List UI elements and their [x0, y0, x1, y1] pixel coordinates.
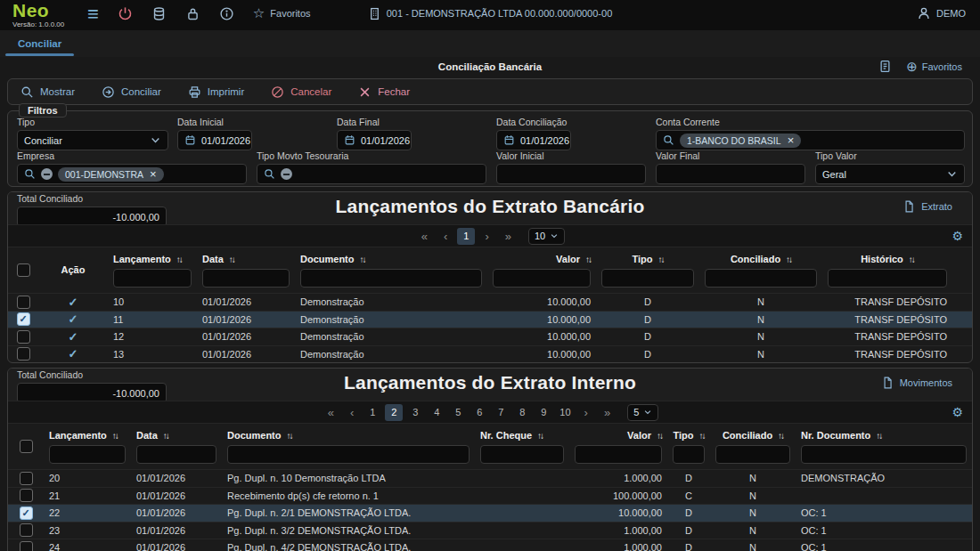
tab-conciliar[interactable]: Conciliar	[5, 30, 74, 57]
conciliar-button[interactable]: Conciliar	[102, 85, 161, 99]
gear-icon[interactable]: ⚙	[951, 405, 963, 419]
page-size-select[interactable]: 5	[627, 404, 658, 421]
page-button[interactable]: 5	[449, 404, 467, 421]
page-button[interactable]: 10	[556, 404, 574, 421]
fechar-button[interactable]: Fechar	[358, 85, 410, 99]
table-row[interactable]: ✓ 21 01/01/2026 Recebimento dp(s) cfe re…	[8, 487, 972, 505]
row-checkbox[interactable]: ✓	[20, 541, 33, 551]
filter-tipo-input[interactable]	[601, 269, 694, 288]
table-row[interactable]: ✓ ✓ 13 01/01/2026 Demonstração 10.000,00…	[8, 345, 972, 363]
prev-page-button[interactable]: ‹	[344, 406, 360, 419]
user-menu[interactable]: DEMO	[917, 0, 966, 27]
row-checkbox[interactable]: ✓	[20, 523, 33, 537]
cancelar-button[interactable]: Cancelar	[271, 85, 331, 99]
valor-final-input[interactable]	[656, 164, 805, 184]
page-size-select[interactable]: 10	[528, 228, 565, 245]
check-icon[interactable]: ✓	[69, 347, 78, 361]
row-checkbox[interactable]: ✓	[20, 472, 33, 485]
table-row[interactable]: ✓ 23 01/01/2026 Pg. Dupl. n. 3/2 DEMONST…	[8, 522, 972, 539]
lock-icon[interactable]	[185, 6, 200, 21]
col-valor[interactable]: Valor↑↓	[493, 252, 591, 266]
table-row[interactable]: ✓ ✓ 11 01/01/2026 Demonstração 10.000,00…	[8, 311, 972, 328]
table-row[interactable]: ✓ ✓ 10 01/01/2026 Demonstração 10.000,00…	[8, 293, 972, 311]
page-button[interactable]: 8	[513, 404, 531, 421]
row-checkbox[interactable]: ✓	[20, 489, 33, 502]
row-checkbox[interactable]: ✓	[17, 347, 30, 361]
imprimir-button[interactable]: Imprimir	[188, 85, 245, 99]
row-checkbox[interactable]: ✓	[17, 296, 30, 309]
col-historico[interactable]: Histórico↑↓	[828, 252, 947, 266]
col-documento[interactable]: Documento↑↓	[227, 428, 470, 442]
info-icon[interactable]	[219, 6, 234, 21]
gear-icon[interactable]: ⚙	[951, 229, 963, 243]
movimentos-button[interactable]: Movimentos	[881, 377, 952, 389]
first-page-button[interactable]: «	[322, 406, 340, 419]
data-final-input[interactable]: 01/01/2026	[337, 130, 412, 150]
col-tipo[interactable]: Tipo↑↓	[601, 252, 694, 266]
conta-corrente-input[interactable]: 1-BANCO DO BRASIL ×	[656, 130, 965, 150]
minus-circle-icon[interactable]	[281, 168, 292, 180]
check-icon[interactable]: ✓	[69, 296, 78, 309]
filter-data-input[interactable]	[136, 445, 216, 464]
filter-valor-input[interactable]	[493, 269, 591, 288]
col-conciliado[interactable]: Conciliado↑↓	[705, 252, 817, 266]
valor-inicial-input[interactable]	[496, 164, 646, 184]
chip-remove-icon[interactable]: ×	[788, 136, 795, 145]
page-button[interactable]: 4	[428, 404, 445, 421]
filter-tipo-input[interactable]	[673, 445, 705, 464]
menu-icon[interactable]: ≡	[87, 6, 99, 21]
filter-nr-cheque-input[interactable]	[480, 445, 564, 464]
row-checkbox[interactable]: ✓	[17, 330, 30, 344]
col-nr-cheque[interactable]: Nr. Cheque↑↓	[480, 428, 564, 442]
col-tipo[interactable]: Tipo↑↓	[673, 428, 705, 442]
tipo-movto-input[interactable]	[257, 164, 486, 184]
conta-corrente-chip[interactable]: 1-BANCO DO BRASIL ×	[680, 134, 801, 148]
empresa-input[interactable]: 001-DEMONSTRA ×	[17, 164, 247, 184]
page-button[interactable]: 3	[406, 404, 424, 421]
data-conciliacao-input[interactable]: 01/01/2026	[496, 130, 571, 150]
page-button[interactable]: 1	[457, 228, 475, 245]
filter-lancamento-input[interactable]	[113, 269, 192, 288]
add-favorite-button[interactable]: ⊕ Favoritos	[906, 61, 962, 73]
document-icon[interactable]	[878, 60, 892, 73]
page-button[interactable]: 7	[492, 404, 510, 421]
filter-historico-input[interactable]	[828, 269, 947, 288]
col-valor[interactable]: Valor↑↓	[575, 428, 662, 442]
tipo-select[interactable]: Conciliar	[17, 130, 168, 150]
tipo-valor-select[interactable]: Geral	[815, 164, 965, 184]
power-icon[interactable]	[118, 6, 133, 21]
filter-conciliado-input[interactable]	[705, 269, 817, 288]
col-lancamento[interactable]: Lançamento↑↓	[113, 252, 192, 266]
table-row[interactable]: ✓ 20 01/01/2026 Pg. Dupl. n. 10 Demonstr…	[8, 469, 972, 487]
filter-nr-documento-input[interactable]	[801, 445, 967, 464]
prev-page-button[interactable]: ‹	[437, 230, 453, 243]
page-button[interactable]: 1	[363, 404, 381, 421]
filter-documento-input[interactable]	[300, 269, 482, 288]
last-page-button[interactable]: »	[598, 406, 617, 419]
row-checkbox[interactable]: ✓	[20, 506, 33, 520]
table-row[interactable]: ✓ 22 01/01/2026 Pg. Dupl. n. 2/1 DEMONST…	[8, 504, 972, 522]
extrato-button[interactable]: Extrato	[902, 200, 952, 213]
database-icon[interactable]	[151, 6, 167, 21]
chip-remove-icon[interactable]: ×	[150, 170, 157, 179]
check-icon[interactable]: ✓	[69, 312, 78, 326]
favorites-menu[interactable]: ☆ Favoritos	[253, 0, 311, 27]
col-documento[interactable]: Documento↑↓	[300, 252, 482, 266]
filter-documento-input[interactable]	[227, 445, 470, 464]
select-all-checkbox[interactable]: ✓	[17, 263, 30, 277]
filter-conciliado-input[interactable]	[715, 445, 790, 464]
col-lancamento[interactable]: Lançamento↑↓	[49, 428, 126, 442]
minus-circle-icon[interactable]	[41, 168, 53, 180]
page-button[interactable]: 9	[535, 404, 552, 421]
select-all-checkbox[interactable]: ✓	[20, 440, 33, 453]
table-row[interactable]: ✓ ✓ 12 01/01/2026 Demonstração 10.000,00…	[8, 328, 972, 345]
col-data[interactable]: Data↑↓	[202, 252, 290, 266]
next-page-button[interactable]: ›	[478, 230, 494, 243]
col-conciliado[interactable]: Conciliado↑↓	[715, 428, 790, 442]
page-button[interactable]: 2	[385, 404, 403, 421]
table-row[interactable]: ✓ 24 01/01/2026 Pg. Dupl. n. 4/2 DEMONST…	[8, 539, 972, 551]
filter-lancamento-input[interactable]	[49, 445, 126, 464]
last-page-button[interactable]: »	[499, 230, 518, 243]
col-data[interactable]: Data↑↓	[136, 428, 216, 442]
filter-valor-input[interactable]	[575, 445, 662, 464]
